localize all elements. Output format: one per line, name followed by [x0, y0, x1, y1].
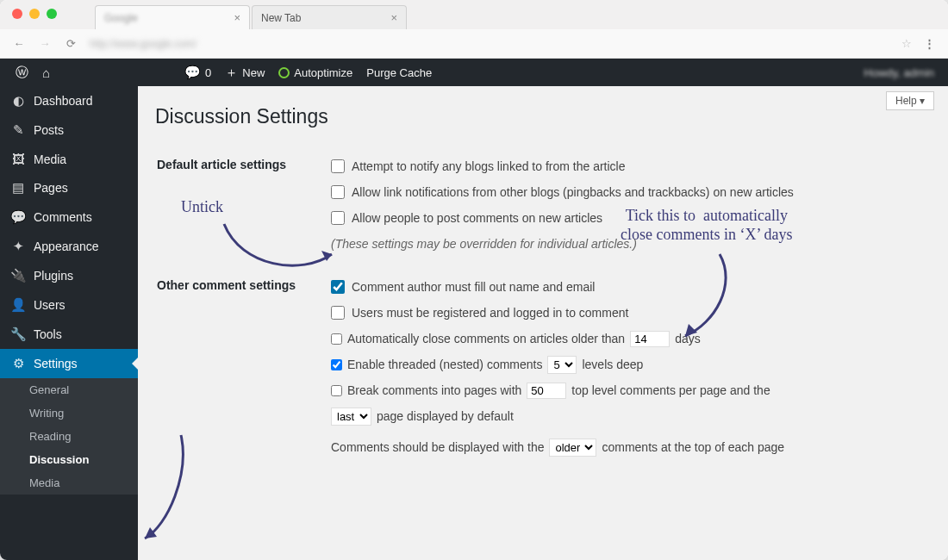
input-per-page[interactable]: [527, 383, 566, 399]
opt-require-registered[interactable]: Users must be registered and logged in t…: [331, 301, 929, 325]
submenu-discussion[interactable]: Discussion: [0, 448, 138, 471]
help-button[interactable]: Help ▾: [886, 91, 934, 110]
checkbox-paginate[interactable]: [331, 385, 342, 396]
browser-tabstrip: Google × New Tab ×: [0, 0, 948, 29]
settings-submenu: General Writing Reading Discussion Media: [0, 378, 138, 495]
browser-tab-active[interactable]: Google ×: [95, 5, 250, 29]
checkbox-allow-comments[interactable]: [331, 211, 345, 225]
autoptimize-button[interactable]: Autoptimize: [271, 59, 359, 86]
settings-override-note: (These settings may be overridden for in…: [331, 232, 929, 256]
close-window-icon[interactable]: [12, 9, 22, 19]
wp-logo-button[interactable]: ⓦ: [9, 59, 35, 86]
close-icon[interactable]: ×: [390, 11, 397, 24]
select-thread-levels[interactable]: 5: [547, 356, 577, 374]
comments-icon: 💬: [10, 209, 26, 225]
minimize-window-icon[interactable]: [29, 9, 40, 19]
submenu-general[interactable]: General: [0, 378, 138, 401]
select-default-page[interactable]: last: [331, 408, 371, 426]
sidebar-item-media[interactable]: 🖾Media: [0, 145, 138, 173]
howdy-user[interactable]: Howdy, admin: [864, 66, 939, 79]
opt-allow-pingbacks[interactable]: Allow link notifications from other blog…: [331, 180, 929, 204]
back-icon[interactable]: ←: [12, 37, 26, 50]
page-title: Discussion Settings: [155, 96, 931, 144]
wp-body: ◐Dashboard ✎Posts 🖾Media ▤Pages 💬Comment…: [0, 86, 948, 560]
comments-button[interactable]: 💬0: [178, 59, 218, 86]
settings-content: Help ▾ Discussion Settings Default artic…: [138, 86, 948, 560]
bookmark-icon[interactable]: ☆: [901, 37, 912, 50]
comment-count: 0: [205, 66, 211, 79]
sidebar-item-posts[interactable]: ✎Posts: [0, 115, 138, 145]
sidebar-item-tools[interactable]: 🔧Tools: [0, 320, 138, 349]
media-icon: 🖾: [10, 152, 26, 166]
checkbox-require-name-email[interactable]: [331, 280, 345, 294]
sidebar-item-users[interactable]: 👤Users: [0, 290, 138, 320]
kebab-menu-icon[interactable]: ⋮: [924, 37, 936, 50]
section-heading-other-comment: Other comment settings: [157, 266, 329, 470]
section-heading-default-article: Default article settings: [157, 146, 329, 264]
select-comment-order[interactable]: older: [549, 439, 596, 457]
opt-threaded: Enable threaded (nested) comments 5 leve…: [331, 352, 929, 376]
autoptimize-icon: [278, 67, 290, 78]
dashboard-icon: ◐: [10, 93, 26, 109]
settings-icon: ⚙: [10, 356, 26, 371]
opt-paginate-default: last page displayed by default: [331, 404, 929, 428]
admin-sidebar: ◐Dashboard ✎Posts 🖾Media ▤Pages 💬Comment…: [0, 86, 138, 560]
pages-icon: ▤: [10, 180, 26, 196]
wordpress-logo-icon: ⓦ: [16, 65, 28, 81]
purge-cache-button[interactable]: Purge Cache: [359, 59, 439, 86]
sidebar-item-plugins[interactable]: 🔌Plugins: [0, 261, 138, 290]
address-bar[interactable]: http://www.google.com/: [90, 38, 889, 50]
browser-toolbar: ← → ⟳ http://www.google.com/ ☆ ⋮: [0, 29, 948, 59]
sidebar-item-dashboard[interactable]: ◐Dashboard: [0, 86, 138, 115]
plus-icon: ＋: [225, 65, 238, 81]
input-auto-close-days[interactable]: [630, 331, 670, 347]
home-icon: ⌂: [42, 65, 50, 80]
opt-notify-linked[interactable]: Attempt to notify any blogs linked to fr…: [331, 154, 929, 178]
browser-window: Google × New Tab × ← → ⟳ http://www.goog…: [0, 0, 948, 560]
tab-title: New Tab: [261, 12, 301, 24]
sidebar-item-pages[interactable]: ▤Pages: [0, 173, 138, 202]
submenu-writing[interactable]: Writing: [0, 401, 138, 425]
close-icon[interactable]: ×: [234, 11, 240, 24]
opt-auto-close: Automatically close comments on articles…: [331, 327, 929, 351]
sidebar-item-appearance[interactable]: ✦Appearance: [0, 232, 138, 261]
opt-order: Comments should be displayed with the ol…: [331, 435, 929, 459]
opt-require-name-email[interactable]: Comment author must fill out name and em…: [331, 275, 929, 299]
tab-title: Google: [104, 12, 227, 24]
checkbox-require-registered[interactable]: [331, 306, 345, 320]
plugins-icon: 🔌: [10, 268, 26, 283]
checkbox-threaded[interactable]: [331, 359, 342, 370]
reload-icon[interactable]: ⟳: [64, 37, 78, 50]
sidebar-item-settings[interactable]: ⚙Settings: [0, 349, 138, 378]
maximize-window-icon[interactable]: [47, 9, 57, 19]
new-content-button[interactable]: ＋New: [218, 59, 271, 86]
submenu-media[interactable]: Media: [0, 471, 138, 495]
submenu-reading[interactable]: Reading: [0, 425, 138, 448]
checkbox-notify-linked[interactable]: [331, 159, 345, 173]
checkbox-auto-close[interactable]: [331, 333, 342, 345]
opt-allow-comments[interactable]: Allow people to post comments on new art…: [331, 206, 929, 230]
appearance-icon: ✦: [10, 239, 26, 254]
checkbox-allow-pingbacks[interactable]: [331, 185, 345, 199]
window-controls[interactable]: [12, 9, 57, 19]
wp-admin-bar: ⓦ ⌂ 💬0 ＋New Autoptimize Purge Cache Howd…: [0, 59, 948, 86]
tools-icon: 🔧: [10, 327, 26, 342]
sidebar-item-comments[interactable]: 💬Comments: [0, 202, 138, 232]
forward-icon[interactable]: →: [38, 37, 52, 50]
site-home-button[interactable]: ⌂: [35, 59, 57, 86]
comment-icon: 💬: [184, 65, 201, 80]
users-icon: 👤: [10, 297, 26, 313]
opt-paginate: Break comments into pages with top level…: [331, 378, 929, 402]
browser-tab[interactable]: New Tab ×: [252, 5, 407, 29]
posts-icon: ✎: [10, 122, 26, 138]
